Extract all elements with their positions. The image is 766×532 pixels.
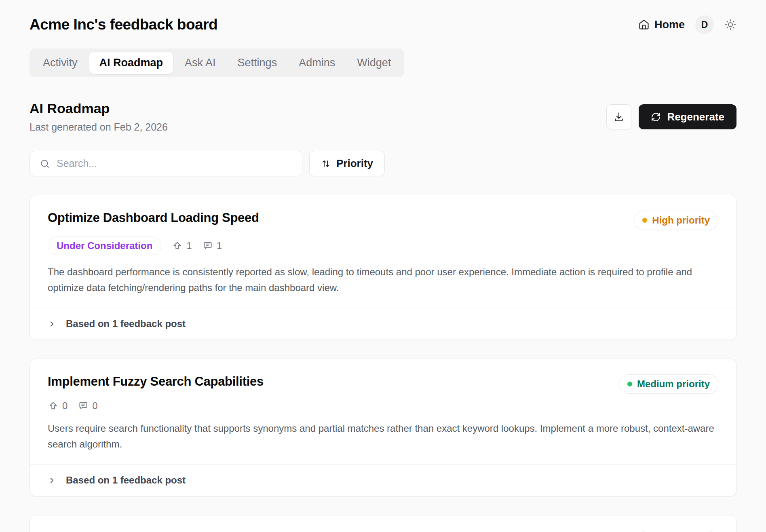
roadmap-card-optimize-dashboard: Optimize Dashboard Loading Speed High pr…	[30, 195, 736, 340]
sun-icon	[724, 19, 736, 31]
comment-count: 1	[217, 240, 222, 251]
page: Acme Inc's feedback board Home D Activit…	[0, 0, 766, 532]
chevron-right-icon	[48, 320, 56, 328]
tab-bar: Activity AI Roadmap Ask AI Settings Admi…	[30, 49, 404, 77]
download-icon	[614, 112, 624, 122]
feedback-posts-expander[interactable]: Based on 1 feedback post	[30, 464, 736, 496]
home-link[interactable]: Home	[638, 19, 685, 31]
upvote-icon	[48, 401, 59, 412]
theme-toggle-button[interactable]	[724, 19, 736, 31]
card-head: Implement Fuzzy Search Capabilities Medi…	[48, 374, 718, 394]
chevron-right-icon	[48, 476, 56, 485]
feedback-posts-label: Based on 1 feedback post	[66, 475, 186, 486]
tab-ai-roadmap[interactable]: AI Roadmap	[89, 52, 173, 74]
tab-widget[interactable]: Widget	[347, 52, 401, 74]
card-description: The dashboard performance is consistentl…	[48, 264, 718, 296]
avatar[interactable]: D	[695, 15, 714, 34]
priority-label: Medium priority	[637, 378, 710, 390]
card-head: Optimize Dashboard Loading Speed High pr…	[48, 211, 718, 230]
tab-ask-ai[interactable]: Ask AI	[175, 52, 226, 74]
top-right-controls: Home D	[638, 15, 736, 34]
priority-label: High priority	[652, 215, 710, 226]
regenerate-button[interactable]: Regenerate	[639, 104, 736, 129]
card-title: Optimize Dashboard Loading Speed	[48, 211, 259, 225]
home-icon	[638, 19, 650, 30]
search-input[interactable]	[57, 158, 292, 169]
refresh-icon	[651, 112, 661, 122]
search-icon	[40, 158, 50, 169]
card-meta-row: 0 0	[48, 400, 718, 412]
section-title: AI Roadmap	[30, 101, 168, 116]
priority-badge: High priority	[634, 211, 718, 230]
upvote-stat: 0	[48, 400, 68, 412]
card-body: Introduce Dark Mode Theme Low priority 1	[30, 515, 736, 532]
search-box[interactable]	[30, 151, 302, 176]
card-description: Users require search functionality that …	[48, 420, 718, 452]
sort-priority-button[interactable]: Priority	[309, 151, 385, 176]
home-label: Home	[654, 19, 685, 31]
tab-admins[interactable]: Admins	[289, 52, 345, 74]
card-body: Implement Fuzzy Search Capabilities Medi…	[30, 359, 736, 464]
roadmap-cards: Optimize Dashboard Loading Speed High pr…	[30, 195, 736, 532]
sort-icon	[321, 159, 331, 169]
comment-icon	[78, 401, 89, 411]
download-button[interactable]	[606, 104, 631, 129]
roadmap-card-dark-mode: Introduce Dark Mode Theme Low priority 1	[30, 515, 736, 532]
feedback-posts-label: Based on 1 feedback post	[66, 318, 186, 329]
comment-count: 0	[92, 400, 97, 412]
upvote-icon	[172, 241, 183, 251]
sort-label: Priority	[336, 157, 373, 170]
upvote-count: 0	[62, 400, 68, 412]
card-body: Optimize Dashboard Loading Speed High pr…	[30, 195, 736, 308]
comment-icon	[203, 241, 213, 251]
feedback-posts-expander[interactable]: Based on 1 feedback post	[30, 308, 736, 340]
comment-stat: 0	[78, 400, 97, 412]
board-title: Acme Inc's feedback board	[30, 16, 217, 33]
regenerate-label: Regenerate	[667, 111, 724, 123]
upvote-count: 1	[186, 240, 192, 251]
tab-settings[interactable]: Settings	[228, 52, 287, 74]
roadmap-card-fuzzy-search: Implement Fuzzy Search Capabilities Medi…	[30, 359, 736, 496]
comment-stat: 1	[203, 240, 222, 251]
priority-dot	[627, 382, 632, 386]
last-generated-text: Last generated on Feb 2, 2026	[30, 121, 168, 133]
section-head-text: AI Roadmap Last generated on Feb 2, 2026	[30, 101, 168, 133]
tab-activity[interactable]: Activity	[33, 52, 88, 74]
priority-badge: Medium priority	[619, 374, 718, 394]
section-head: AI Roadmap Last generated on Feb 2, 2026…	[30, 101, 736, 133]
status-badge: Under Consideration	[48, 236, 161, 255]
card-meta-row: Under Consideration 1 1	[48, 236, 718, 255]
upvote-stat: 1	[172, 240, 192, 251]
priority-dot	[642, 218, 647, 223]
card-title: Implement Fuzzy Search Capabilities	[48, 374, 264, 389]
top-bar: Acme Inc's feedback board Home D	[30, 15, 736, 34]
filter-row: Priority	[30, 151, 736, 176]
section-actions: Regenerate	[606, 104, 736, 129]
